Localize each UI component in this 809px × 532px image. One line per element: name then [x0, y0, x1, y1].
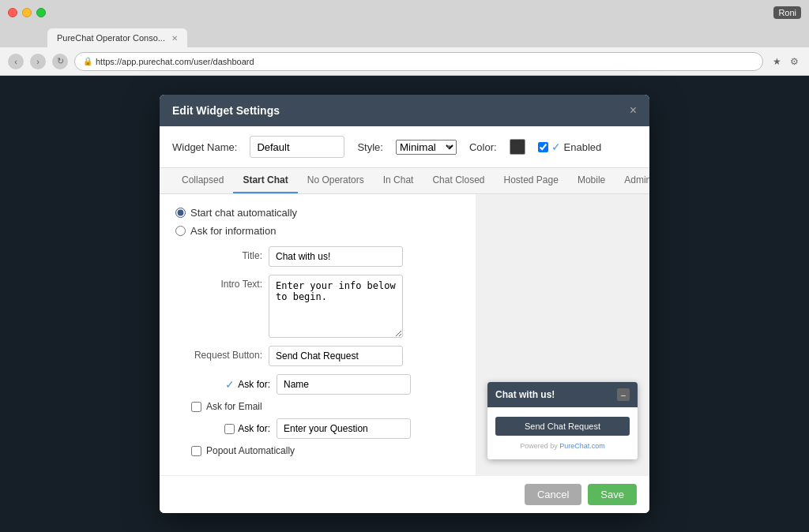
extensions-icon[interactable]: ⚙: [787, 54, 801, 69]
browser-toolbar: ‹ › ↻ 🔒 https://app.purechat.com/user/da…: [0, 47, 809, 76]
title-row: Title:: [175, 246, 460, 267]
popout-auto-label: Popout Automatically: [206, 445, 295, 456]
ask-for-name-check-wrapper: ✓ Ask for:: [175, 378, 270, 391]
chat-widget-preview-body: Send Chat Request Powered by PureChat.co…: [487, 407, 638, 459]
browser-tab[interactable]: PureChat Operator Conso... ✕: [47, 28, 187, 47]
edit-widget-modal: Edit Widget Settings × Widget Name: Styl…: [160, 95, 649, 513]
toolbar-icons: ★ ⚙: [769, 54, 801, 69]
enabled-checkbox-row: ✓ Enabled: [538, 140, 602, 153]
tab-chat-closed[interactable]: Chat Closed: [423, 168, 494, 193]
ask-for-question-check-wrapper: Ask for:: [175, 423, 270, 434]
style-select[interactable]: Minimal Standard Full: [396, 140, 457, 155]
modal-title: Edit Widget Settings: [172, 104, 280, 117]
widget-name-label: Widget Name:: [172, 141, 237, 153]
page-background: Edit Widget Settings × Widget Name: Styl…: [0, 76, 809, 532]
tab-close-icon[interactable]: ✕: [171, 34, 178, 43]
tab-admin-settings[interactable]: Admin Settings: [615, 168, 649, 193]
enabled-checkbox[interactable]: [538, 142, 548, 152]
chat-request-preview-button[interactable]: Send Chat Request: [495, 417, 630, 436]
refresh-button[interactable]: ↻: [52, 54, 68, 69]
start-chat-auto-label: Start chat automatically: [190, 207, 297, 219]
ask-for-info-label: Ask for information: [190, 225, 276, 237]
tab-bar: PureChat Operator Conso... ✕: [0, 25, 809, 47]
chat-widget-preview: Chat with us! – Send Chat Request Powere…: [487, 382, 638, 459]
chat-widget-preview-header: Chat with us! –: [487, 382, 638, 407]
browser-titlebar: Roni: [0, 0, 809, 25]
widget-name-input[interactable]: [250, 136, 344, 158]
powered-by-link[interactable]: PureChat.com: [559, 442, 605, 450]
color-label: Color:: [469, 141, 497, 153]
ask-for-name-label: Ask for:: [238, 379, 270, 390]
browser-chrome: Roni PureChat Operator Conso... ✕ ‹ › ↻ …: [0, 0, 809, 76]
back-button[interactable]: ‹: [8, 54, 24, 69]
right-pane-preview: Chat with us! – Send Chat Request Powere…: [476, 194, 649, 475]
ask-for-email-label: Ask for Email: [206, 401, 262, 412]
address-bar[interactable]: 🔒 https://app.purechat.com/user/dashboar…: [74, 52, 763, 71]
chat-widget-preview-title: Chat with us!: [495, 389, 555, 400]
left-pane: Start chat automatically Ask for informa…: [160, 194, 476, 475]
title-input[interactable]: [269, 246, 403, 267]
modal-header: Edit Widget Settings ×: [160, 95, 649, 126]
forward-button[interactable]: ›: [30, 54, 46, 69]
tab-in-chat[interactable]: In Chat: [374, 168, 423, 193]
intro-text-row: Intro Text: Enter your info below to beg…: [175, 275, 460, 338]
tab-hosted-page[interactable]: Hosted Page: [495, 168, 568, 193]
save-button[interactable]: Save: [588, 484, 637, 505]
ask-for-question-row: Ask for:: [175, 418, 460, 439]
ask-for-info-radio[interactable]: [175, 226, 186, 236]
chat-widget-minimize-button[interactable]: –: [617, 388, 630, 401]
request-button-row: Request Button:: [175, 346, 460, 366]
popout-auto-row: Popout Automatically: [175, 445, 460, 456]
ask-for-info-row: Ask for information: [175, 225, 460, 237]
lock-icon: 🔒: [83, 57, 92, 66]
traffic-light-minimize[interactable]: [22, 8, 32, 17]
ask-for-email-checkbox[interactable]: [191, 402, 201, 412]
ask-for-name-row: ✓ Ask for:: [175, 374, 460, 395]
settings-bar: Widget Name: Style: Minimal Standard Ful…: [160, 126, 649, 168]
enabled-checkmark: ✓: [551, 140, 561, 153]
cancel-button[interactable]: Cancel: [525, 484, 581, 505]
traffic-light-maximize[interactable]: [36, 8, 46, 17]
modal-footer: Cancel Save: [160, 475, 649, 513]
start-chat-auto-radio[interactable]: [175, 208, 186, 218]
request-button-input[interactable]: [269, 346, 403, 366]
tab-start-chat[interactable]: Start Chat: [233, 168, 297, 193]
tab-title: PureChat Operator Conso...: [57, 33, 165, 43]
user-badge: Roni: [773, 6, 801, 19]
powered-by-text: Powered by PureChat.com: [520, 442, 605, 450]
tab-collapsed[interactable]: Collapsed: [172, 168, 233, 193]
traffic-light-close[interactable]: [8, 8, 17, 17]
tab-bar-widget: Collapsed Start Chat No Operators In Cha…: [160, 168, 649, 194]
tab-mobile[interactable]: Mobile: [568, 168, 615, 193]
style-select-wrapper: Minimal Standard Full: [396, 140, 457, 155]
ask-for-email-row: Ask for Email: [175, 401, 460, 412]
url-text: https://app.purechat.com/user/dashboard: [96, 57, 254, 66]
title-form-label: Title:: [175, 246, 262, 261]
intro-text-form-label: Intro Text:: [175, 275, 262, 290]
bookmark-icon[interactable]: ★: [769, 54, 784, 69]
ask-for-question-label: Ask for:: [238, 423, 270, 434]
intro-text-textarea[interactable]: Enter your info below to begin.: [269, 275, 403, 338]
color-swatch[interactable]: [510, 139, 525, 155]
tab-no-operators[interactable]: No Operators: [298, 168, 374, 193]
popout-auto-checkbox[interactable]: [191, 446, 201, 456]
modal-overlay: Edit Widget Settings × Widget Name: Styl…: [0, 76, 809, 532]
ask-for-name-input[interactable]: [277, 374, 411, 395]
modal-body: Start chat automatically Ask for informa…: [160, 194, 649, 475]
ask-for-question-checkbox[interactable]: [224, 424, 235, 434]
modal-close-button[interactable]: ×: [630, 104, 637, 117]
chat-mode-radio-group: Start chat automatically Ask for informa…: [175, 207, 460, 237]
start-chat-auto-row: Start chat automatically: [175, 207, 460, 219]
ask-for-question-input[interactable]: [277, 418, 411, 439]
style-label: Style:: [357, 141, 383, 153]
enabled-label: Enabled: [564, 141, 602, 153]
name-checkmark-icon: ✓: [225, 378, 235, 391]
request-button-form-label: Request Button:: [175, 346, 262, 361]
